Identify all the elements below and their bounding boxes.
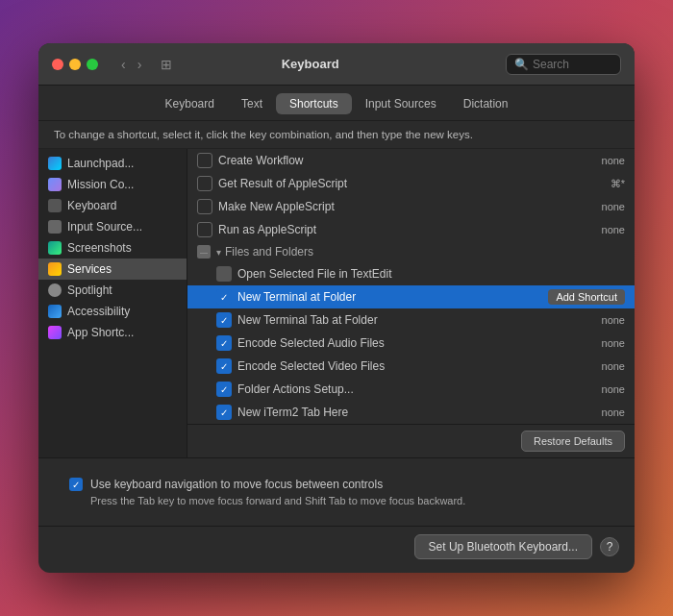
services-icon [48, 262, 62, 276]
check-run-as[interactable] [197, 222, 212, 237]
label-new-terminal-tab: New Terminal Tab at Folder [237, 313, 602, 327]
mission-icon [48, 178, 62, 191]
shortcut-create-workflow: none [602, 155, 625, 166]
sidebar-label-launchpad: Launchpad... [67, 157, 134, 170]
sidebar-label-input: Input Source... [67, 220, 142, 234]
sidebar-item-spotlight[interactable]: Spotlight [38, 280, 187, 301]
disclosure-icon: ▾ [216, 247, 221, 258]
list-item-new-terminal-tab[interactable]: ✓ New Terminal Tab at Folder none [187, 308, 635, 332]
tab-keyboard[interactable]: Keyboard [152, 93, 228, 114]
list-item-new-terminal[interactable]: ✓ New Terminal at Folder Add Shortcut [187, 285, 635, 308]
sidebar-label-accessibility: Accessibility [67, 305, 130, 318]
bluetooth-keyboard-button[interactable]: Set Up Bluetooth Keyboard... [414, 534, 592, 559]
label-encode-audio: Encode Selected Audio Files [237, 336, 602, 350]
sidebar-item-input[interactable]: Input Source... [38, 216, 187, 237]
tab-dictation[interactable]: Dictation [450, 93, 522, 114]
sidebar-label-services: Services [67, 262, 112, 276]
app-icon [48, 326, 62, 339]
restore-defaults-button[interactable]: Restore Defaults [521, 431, 625, 452]
minimize-button[interactable] [69, 59, 81, 70]
check-get-result[interactable] [197, 176, 212, 191]
footer-row: Set Up Bluetooth Keyboard... ? [38, 526, 635, 573]
search-box[interactable]: 🔍 [506, 54, 621, 75]
label-make-new: Make New AppleScript [218, 200, 602, 213]
shortcut-iterm2: none [602, 407, 625, 418]
spotlight-icon [48, 283, 62, 297]
shortcut-get-result: ⌘* [611, 178, 625, 190]
screenshots-icon [48, 241, 62, 255]
sidebar-item-launchpad[interactable]: Launchpad... [38, 153, 187, 174]
close-button[interactable] [52, 59, 63, 70]
label-open-selected: Open Selected File in TextEdit [237, 267, 625, 281]
list-item-make-new[interactable]: Make New AppleScript none [187, 195, 635, 218]
check-create-workflow[interactable] [197, 153, 212, 168]
sidebar-item-keyboard[interactable]: Keyboard [38, 195, 187, 216]
sidebar-item-accessibility[interactable]: Accessibility [38, 301, 187, 322]
check-iterm2[interactable]: ✓ [216, 405, 232, 420]
list-item-encode-video[interactable]: ✓ Encode Selected Video Files none [187, 355, 635, 378]
main-panel: Launchpad... Mission Co... Keyboard Inpu… [38, 149, 635, 457]
hint-text: Press the Tab key to move focus forward … [54, 495, 619, 516]
shortcut-new-terminal-tab: none [602, 314, 625, 326]
list-item-get-result[interactable]: Get Result of AppleScript ⌘* [187, 172, 635, 195]
list-item-iterm2[interactable]: ✓ New iTerm2 Tab Here none [187, 401, 635, 424]
shortcut-encode-video: none [602, 360, 625, 372]
launchpad-icon [48, 157, 62, 170]
keyboard-icon [48, 199, 62, 212]
sidebar-item-mission[interactable]: Mission Co... [38, 174, 187, 195]
sidebar-item-services[interactable]: Services [38, 259, 187, 280]
sidebar-label-keyboard: Keyboard [67, 199, 116, 212]
add-shortcut-button[interactable]: Add Shortcut [548, 289, 625, 305]
list-item-folder-actions[interactable]: ✓ Folder Actions Setup... none [187, 378, 635, 401]
label-create-workflow: Create Workflow [218, 154, 602, 167]
shortcut-folder-actions: none [602, 383, 625, 395]
check-make-new[interactable] [197, 199, 212, 214]
check-encode-audio[interactable]: ✓ [216, 335, 232, 351]
search-input[interactable] [533, 58, 619, 71]
restore-defaults-row: Restore Defaults [187, 424, 635, 457]
label-files-section: Files and Folders [225, 245, 625, 259]
checkbox-row: Use keyboard navigation to move focus be… [54, 468, 619, 495]
shortcut-run-as: none [602, 224, 625, 235]
check-files-section[interactable] [197, 245, 211, 259]
list-item-run-as[interactable]: Run as AppleScript none [187, 218, 635, 241]
files-section-header[interactable]: ▾ Files and Folders [187, 241, 635, 262]
sidebar: Launchpad... Mission Co... Keyboard Inpu… [38, 149, 187, 457]
help-button[interactable]: ? [600, 537, 619, 556]
sidebar-item-screenshots[interactable]: Screenshots [38, 237, 187, 259]
input-icon [48, 220, 62, 234]
label-run-as: Run as AppleScript [218, 223, 602, 236]
check-new-terminal-tab[interactable]: ✓ [216, 312, 232, 328]
sidebar-label-screenshots: Screenshots [67, 241, 132, 255]
check-encode-video[interactable]: ✓ [216, 358, 232, 374]
tab-input-sources[interactable]: Input Sources [352, 93, 450, 114]
titlebar: ‹ › ⊞ Keyboard 🔍 [38, 43, 635, 86]
tab-text[interactable]: Text [228, 93, 276, 114]
search-icon: 🔍 [514, 58, 529, 71]
keyboard-window: ‹ › ⊞ Keyboard 🔍 Keyboard Text Shortcuts… [38, 43, 635, 573]
check-open-selected[interactable] [216, 266, 232, 282]
shortcut-encode-audio: none [602, 337, 625, 349]
check-folder-actions[interactable]: ✓ [216, 382, 232, 397]
list-item-encode-audio[interactable]: ✓ Encode Selected Audio Files none [187, 332, 635, 355]
label-encode-video: Encode Selected Video Files [237, 359, 602, 373]
shortcuts-list: Create Workflow none Get Result of Apple… [187, 149, 635, 457]
sidebar-label-app: App Shortc... [67, 326, 134, 339]
label-iterm2: New iTerm2 Tab Here [237, 406, 602, 419]
traffic-lights [52, 59, 98, 70]
sidebar-label-mission: Mission Co... [67, 178, 134, 191]
list-item-open-selected[interactable]: Open Selected File in TextEdit [187, 262, 635, 285]
label-new-terminal: New Terminal at Folder [237, 290, 540, 304]
maximize-button[interactable] [87, 59, 98, 70]
tab-shortcuts[interactable]: Shortcuts [276, 93, 352, 114]
keyboard-nav-checkbox[interactable] [69, 478, 83, 491]
window-title: Keyboard [122, 57, 498, 71]
checkbox-nav-label: Use keyboard navigation to move focus be… [90, 478, 383, 491]
sidebar-item-app-shortcuts[interactable]: App Shortc... [38, 322, 187, 343]
label-get-result: Get Result of AppleScript [218, 177, 611, 190]
accessibility-icon [48, 305, 62, 318]
check-new-terminal[interactable]: ✓ [216, 289, 232, 305]
list-item-create-workflow[interactable]: Create Workflow none [187, 149, 635, 172]
shortcut-make-new: none [602, 201, 625, 212]
sidebar-label-spotlight: Spotlight [67, 283, 112, 297]
